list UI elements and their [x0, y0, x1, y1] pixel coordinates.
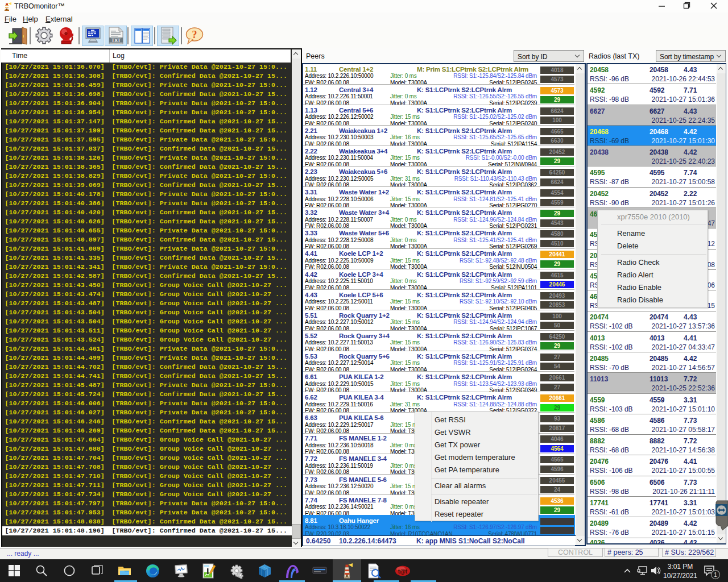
svg-text:t@t: t@t: [398, 568, 408, 575]
svg-text:1: 1: [714, 571, 717, 578]
svg-text:?: ?: [192, 29, 197, 40]
svg-text:TXT: TXT: [111, 38, 121, 43]
